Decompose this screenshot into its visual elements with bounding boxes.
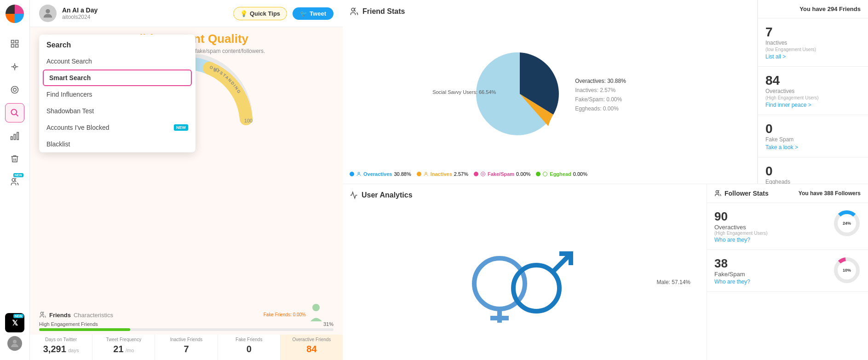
freq-number: 21 bbox=[113, 344, 123, 354]
stat-label-freq: Tweet Frequency bbox=[97, 337, 150, 342]
legend-egghead-value: 0.00% bbox=[573, 171, 587, 177]
friends-count-label: You have bbox=[799, 6, 826, 12]
twitter-icon: 🐦 bbox=[300, 10, 307, 17]
stat-label-inactive: Inactive Friends bbox=[160, 337, 213, 342]
sidebar-item-people[interactable]: NEW bbox=[5, 172, 24, 192]
search-item-account[interactable]: Account Search bbox=[39, 53, 195, 70]
friend-stats-icon bbox=[350, 7, 359, 16]
friends-char-icon bbox=[39, 311, 46, 319]
follower-fakespam-num: 38 bbox=[714, 256, 828, 271]
smart-search-label: Smart Search bbox=[49, 74, 91, 81]
follower-fakespam-info: 38 Fake/Spam Who are they? bbox=[714, 256, 828, 285]
pie-right-labels: Overactives: 30.88% Inactives: 2.57% Fak… bbox=[575, 75, 626, 115]
sidebar-user-avatar[interactable] bbox=[7, 336, 22, 351]
bottom-panels: User Analytics Male: 57.14% bbox=[343, 184, 868, 360]
sidebar-item-analytics[interactable] bbox=[5, 126, 24, 145]
follower-fakespam-label: Fake/Spam bbox=[714, 271, 828, 278]
sidebar-item-circle[interactable] bbox=[5, 80, 24, 99]
svg-point-9 bbox=[11, 87, 18, 93]
sidebar-item-x[interactable]: 𝕏 NEW bbox=[5, 313, 24, 332]
header: An AI a Day aitools2024 💡 Quick Tips 🐦 T… bbox=[30, 0, 343, 27]
fakespam-sidebar-num: 0 bbox=[765, 122, 861, 136]
inactive-number: 7 bbox=[160, 344, 213, 354]
egghead-icon bbox=[542, 171, 548, 177]
char-bars: High Engagement Friends 31% bbox=[39, 321, 333, 331]
search-item-blocked[interactable]: Accounts I've Blocked NEW bbox=[39, 119, 195, 136]
top-panels: Friend Stats Social Savvy Users: bbox=[343, 0, 868, 184]
fakespam-sidebar-label: Fake Spam bbox=[765, 136, 861, 143]
overactive-number: 84 bbox=[285, 344, 338, 354]
follower-stats-icon bbox=[714, 190, 722, 197]
svg-line-37 bbox=[553, 254, 571, 271]
stat-tweet-freq: Tweet Frequency 21 /mo bbox=[92, 331, 155, 360]
follower-stats-header: Follower Stats You have 388 Followers bbox=[707, 184, 868, 203]
friend-stats-panel: Friend Stats Social Savvy Users: bbox=[343, 0, 758, 184]
follower-stats-panel: Follower Stats You have 388 Followers 90… bbox=[707, 184, 868, 360]
tweet-button[interactable]: 🐦 Tweet bbox=[293, 7, 333, 20]
friend-stats-sidebar: You have 294 Friends 7 Inactives (low En… bbox=[758, 0, 868, 184]
svg-rect-15 bbox=[17, 133, 18, 140]
lightbulb-icon: 💡 bbox=[240, 10, 247, 17]
search-item-shadowban[interactable]: Shadowban Test bbox=[39, 103, 195, 119]
follower-overactives-donut: 24% bbox=[833, 209, 861, 237]
sidebar-item-search[interactable] bbox=[5, 103, 24, 122]
legend-overactives-label: Overactives bbox=[363, 171, 392, 177]
high-eng-value: 31% bbox=[323, 321, 333, 327]
inactives-sub: (low Engagement Users) bbox=[765, 47, 816, 52]
svg-rect-13 bbox=[11, 137, 12, 140]
sidebar-stat-fakespam: 0 Fake Spam Take a look > bbox=[758, 115, 868, 157]
inactives-label: Inactives bbox=[765, 40, 816, 46]
svg-rect-3 bbox=[16, 45, 18, 47]
stat-label-fake: Fake Friends bbox=[223, 337, 276, 342]
svg-rect-1 bbox=[16, 41, 18, 43]
pie-chart-wrapper: Social Savvy Users: 66.54% bbox=[474, 48, 566, 142]
search-item-blacklist[interactable]: Blacklist bbox=[39, 136, 195, 152]
legend-egghead: Egghead 0.00% bbox=[536, 171, 587, 177]
search-panel: Search Account Search Smart Search Find … bbox=[39, 35, 195, 152]
follower-stats-title-group: Follower Stats bbox=[714, 190, 769, 197]
new-badge: NEW bbox=[13, 173, 23, 177]
user-handle: aitools2024 bbox=[62, 14, 228, 20]
tweet-label: Tweet bbox=[310, 10, 326, 17]
svg-point-4 bbox=[14, 66, 16, 68]
days-unit: days bbox=[68, 348, 79, 353]
follower-overactives: 90 Overactives (High Engagement Users) W… bbox=[707, 203, 868, 250]
pie-center-label: Social Savvy Users: 66.54% bbox=[432, 89, 496, 95]
legend-inactives-value: 2.57% bbox=[454, 171, 468, 177]
pie-label-inactives: Inactives: 2.57% bbox=[575, 87, 626, 93]
char-subtitle: Characteristics bbox=[74, 312, 113, 319]
search-item-influencers[interactable]: Find Influencers bbox=[39, 86, 195, 103]
follower-count-label: You have bbox=[799, 190, 822, 197]
app-logo[interactable] bbox=[6, 5, 24, 23]
svg-point-18 bbox=[46, 9, 50, 13]
quick-tips-button[interactable]: 💡 Quick Tips bbox=[233, 7, 287, 20]
follower-overactives-info: 90 Overactives (High Engagement Users) W… bbox=[714, 209, 828, 243]
follower-count: You have 388 Followers bbox=[799, 190, 861, 197]
search-item-smart[interactable]: Smart Search bbox=[43, 70, 192, 86]
legend-overactives-value: 30.88% bbox=[394, 171, 411, 177]
follower-overactives-num: 90 bbox=[714, 209, 828, 224]
right-panels: Friend Stats Social Savvy Users: bbox=[343, 0, 868, 360]
find-inner-peace-link[interactable]: Find inner peace > bbox=[765, 102, 861, 108]
legend-egghead-label: Egghead bbox=[550, 171, 571, 177]
stat-label-overactive: Overactive Friends bbox=[285, 337, 338, 342]
legend-fakespam: Fake/Spam 0.00% bbox=[474, 171, 530, 177]
svg-point-11 bbox=[11, 110, 17, 115]
inactives-link[interactable]: List all > bbox=[765, 53, 816, 60]
sidebar: NEW 𝕏 NEW bbox=[0, 0, 30, 360]
take-a-look-link[interactable]: Take a look > bbox=[765, 144, 861, 151]
overactives-sidebar-num: 84 bbox=[765, 73, 861, 88]
legend-fakespam-value: 0.00% bbox=[516, 171, 530, 177]
sidebar-item-network[interactable] bbox=[5, 57, 24, 76]
user-analytics-panel: User Analytics Male: 57.14% bbox=[343, 184, 707, 360]
follower-count-unit: Followers bbox=[835, 190, 861, 197]
follower-overactives-link[interactable]: Who are they? bbox=[714, 237, 828, 243]
blocked-label: Accounts I've Blocked bbox=[46, 124, 109, 131]
fakespam-icon bbox=[480, 171, 486, 177]
x-new-badge: NEW bbox=[13, 314, 23, 318]
overactives-icon bbox=[356, 171, 362, 177]
sidebar-item-dashboard[interactable] bbox=[5, 34, 24, 53]
sidebar-item-trash[interactable] bbox=[5, 149, 24, 168]
follower-fakespam-link[interactable]: Who are they? bbox=[714, 279, 828, 285]
user-analytics-title: User Analytics bbox=[362, 191, 413, 199]
